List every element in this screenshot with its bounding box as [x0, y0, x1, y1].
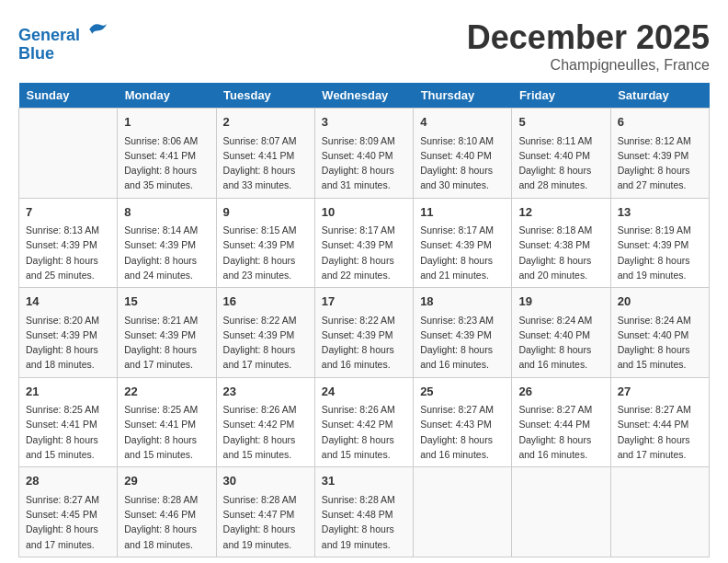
calendar-day-cell: 2Sunrise: 8:07 AMSunset: 4:41 PMDaylight… [216, 109, 314, 199]
day-info: Sunrise: 8:20 AMSunset: 4:39 PMDaylight:… [26, 313, 110, 373]
calendar-day-cell: 25Sunrise: 8:27 AMSunset: 4:43 PMDayligh… [414, 377, 512, 467]
day-info: Sunrise: 8:28 AMSunset: 4:47 PMDaylight:… [223, 492, 308, 552]
day-number: 15 [124, 293, 209, 311]
month-title: December 2025 [467, 18, 710, 57]
day-number: 4 [420, 113, 505, 132]
day-number: 11 [420, 203, 505, 222]
day-number: 30 [223, 472, 308, 490]
calendar-day-cell: 31Sunrise: 8:28 AMSunset: 4:48 PMDayligh… [314, 467, 413, 557]
calendar-day-cell: 14Sunrise: 8:20 AMSunset: 4:39 PMDayligh… [19, 288, 118, 378]
calendar-day-cell: 8Sunrise: 8:14 AMSunset: 4:39 PMDaylight… [118, 198, 216, 288]
day-info: Sunrise: 8:19 AMSunset: 4:39 PMDaylight:… [618, 223, 702, 282]
day-info: Sunrise: 8:10 AMSunset: 4:40 PMDaylight:… [420, 133, 505, 193]
calendar-week-row: 1Sunrise: 8:06 AMSunset: 4:41 PMDaylight… [19, 109, 710, 199]
day-number: 1 [124, 113, 209, 132]
day-info: Sunrise: 8:14 AMSunset: 4:39 PMDaylight:… [124, 223, 209, 282]
day-number: 26 [518, 383, 603, 401]
calendar-day-cell: 6Sunrise: 8:12 AMSunset: 4:39 PMDaylight… [610, 109, 709, 199]
day-number: 16 [223, 293, 308, 311]
day-number: 9 [223, 203, 308, 222]
day-info: Sunrise: 8:22 AMSunset: 4:39 PMDaylight:… [223, 313, 308, 373]
calendar-day-cell [19, 109, 118, 199]
calendar-day-cell: 28Sunrise: 8:27 AMSunset: 4:45 PMDayligh… [19, 467, 118, 557]
day-info: Sunrise: 8:27 AMSunset: 4:43 PMDaylight:… [420, 402, 505, 462]
day-info: Sunrise: 8:21 AMSunset: 4:39 PMDaylight:… [124, 313, 209, 373]
calendar-week-row: 7Sunrise: 8:13 AMSunset: 4:39 PMDaylight… [19, 198, 710, 288]
day-info: Sunrise: 8:25 AMSunset: 4:41 PMDaylight:… [124, 402, 209, 462]
calendar-day-cell: 27Sunrise: 8:27 AMSunset: 4:44 PMDayligh… [610, 377, 709, 467]
calendar-day-cell: 22Sunrise: 8:25 AMSunset: 4:41 PMDayligh… [118, 377, 216, 467]
day-number: 28 [26, 472, 110, 490]
day-of-week-header: Sunday [19, 83, 118, 109]
day-number: 8 [124, 203, 209, 222]
calendar-day-cell: 24Sunrise: 8:26 AMSunset: 4:42 PMDayligh… [314, 377, 413, 467]
day-info: Sunrise: 8:23 AMSunset: 4:39 PMDaylight:… [420, 313, 505, 373]
day-number: 27 [618, 383, 702, 401]
day-info: Sunrise: 8:27 AMSunset: 4:44 PMDaylight:… [518, 402, 603, 462]
calendar-header-row: SundayMondayTuesdayWednesdayThursdayFrid… [19, 83, 710, 109]
title-block: December 2025 Champigneulles, France [467, 18, 710, 74]
day-of-week-header: Tuesday [216, 83, 314, 109]
calendar-day-cell: 13Sunrise: 8:19 AMSunset: 4:39 PMDayligh… [610, 198, 709, 288]
calendar-day-cell: 4Sunrise: 8:10 AMSunset: 4:40 PMDaylight… [414, 109, 512, 199]
calendar-day-cell: 21Sunrise: 8:25 AMSunset: 4:41 PMDayligh… [19, 377, 118, 467]
calendar-day-cell: 9Sunrise: 8:15 AMSunset: 4:39 PMDaylight… [216, 198, 314, 288]
day-number: 12 [518, 203, 603, 222]
calendar-day-cell: 16Sunrise: 8:22 AMSunset: 4:39 PMDayligh… [216, 288, 314, 378]
calendar-day-cell: 15Sunrise: 8:21 AMSunset: 4:39 PMDayligh… [118, 288, 216, 378]
calendar-day-cell: 5Sunrise: 8:11 AMSunset: 4:40 PMDaylight… [512, 109, 610, 199]
day-info: Sunrise: 8:27 AMSunset: 4:44 PMDaylight:… [618, 402, 702, 462]
day-number: 17 [322, 293, 406, 311]
logo: General Blue [18, 18, 108, 63]
day-info: Sunrise: 8:17 AMSunset: 4:39 PMDaylight:… [420, 223, 505, 282]
day-number: 2 [223, 113, 308, 132]
day-number: 19 [518, 293, 603, 311]
calendar-day-cell: 12Sunrise: 8:18 AMSunset: 4:38 PMDayligh… [512, 198, 610, 288]
day-info: Sunrise: 8:24 AMSunset: 4:40 PMDaylight:… [618, 313, 702, 373]
calendar-day-cell: 20Sunrise: 8:24 AMSunset: 4:40 PMDayligh… [610, 288, 709, 378]
calendar-week-row: 14Sunrise: 8:20 AMSunset: 4:39 PMDayligh… [19, 288, 710, 378]
day-info: Sunrise: 8:07 AMSunset: 4:41 PMDaylight:… [223, 133, 308, 193]
calendar-day-cell: 23Sunrise: 8:26 AMSunset: 4:42 PMDayligh… [216, 377, 314, 467]
calendar-week-row: 28Sunrise: 8:27 AMSunset: 4:45 PMDayligh… [19, 467, 710, 557]
calendar-table: SundayMondayTuesdayWednesdayThursdayFrid… [18, 83, 710, 557]
day-info: Sunrise: 8:12 AMSunset: 4:39 PMDaylight:… [618, 133, 702, 193]
day-number: 18 [420, 293, 505, 311]
calendar-body: 1Sunrise: 8:06 AMSunset: 4:41 PMDaylight… [19, 109, 710, 557]
calendar-day-cell [414, 467, 512, 557]
day-info: Sunrise: 8:27 AMSunset: 4:45 PMDaylight:… [26, 492, 110, 552]
calendar-day-cell: 17Sunrise: 8:22 AMSunset: 4:39 PMDayligh… [314, 288, 413, 378]
logo-blue: Blue [18, 44, 54, 63]
calendar-day-cell: 7Sunrise: 8:13 AMSunset: 4:39 PMDaylight… [19, 198, 118, 288]
logo-general: General [18, 26, 80, 44]
day-number: 22 [124, 383, 209, 401]
day-info: Sunrise: 8:26 AMSunset: 4:42 PMDaylight:… [322, 402, 406, 462]
calendar-day-cell [512, 467, 610, 557]
day-number: 7 [26, 203, 110, 222]
calendar-day-cell: 19Sunrise: 8:24 AMSunset: 4:40 PMDayligh… [512, 288, 610, 378]
day-number: 24 [322, 383, 406, 401]
day-info: Sunrise: 8:06 AMSunset: 4:41 PMDaylight:… [124, 133, 209, 193]
day-number: 5 [518, 113, 603, 132]
calendar-day-cell: 3Sunrise: 8:09 AMSunset: 4:40 PMDaylight… [314, 109, 413, 199]
location-title: Champigneulles, France [467, 57, 710, 74]
day-number: 20 [618, 293, 702, 311]
calendar-day-cell: 1Sunrise: 8:06 AMSunset: 4:41 PMDaylight… [118, 109, 216, 199]
day-info: Sunrise: 8:11 AMSunset: 4:40 PMDaylight:… [518, 133, 603, 193]
day-number: 29 [124, 472, 209, 490]
day-info: Sunrise: 8:17 AMSunset: 4:39 PMDaylight:… [322, 223, 406, 282]
calendar-day-cell: 11Sunrise: 8:17 AMSunset: 4:39 PMDayligh… [414, 198, 512, 288]
calendar-day-cell [610, 467, 709, 557]
day-number: 6 [618, 113, 702, 132]
day-info: Sunrise: 8:15 AMSunset: 4:39 PMDaylight:… [223, 223, 308, 282]
calendar-day-cell: 30Sunrise: 8:28 AMSunset: 4:47 PMDayligh… [216, 467, 314, 557]
day-info: Sunrise: 8:24 AMSunset: 4:40 PMDaylight:… [518, 313, 603, 373]
day-info: Sunrise: 8:25 AMSunset: 4:41 PMDaylight:… [26, 402, 110, 462]
day-info: Sunrise: 8:28 AMSunset: 4:48 PMDaylight:… [322, 492, 406, 552]
day-number: 10 [322, 203, 406, 222]
page-header: General Blue December 2025 Champigneulle… [18, 18, 710, 74]
day-of-week-header: Wednesday [314, 83, 413, 109]
day-number: 13 [618, 203, 702, 222]
day-of-week-header: Monday [118, 83, 216, 109]
day-info: Sunrise: 8:09 AMSunset: 4:40 PMDaylight:… [322, 133, 406, 193]
